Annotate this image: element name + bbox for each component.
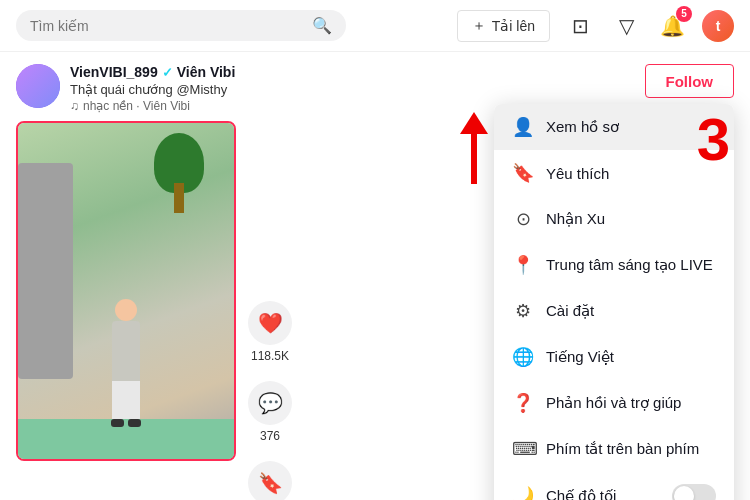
follow-button[interactable]: Follow bbox=[645, 64, 735, 98]
settings-menu-label: Cài đặt bbox=[546, 302, 594, 320]
comment-action[interactable]: 💬 376 bbox=[248, 381, 292, 443]
dropdown-item-darkmode[interactable]: 🌙 Chế độ tối bbox=[494, 472, 734, 500]
post-avatar[interactable] bbox=[16, 64, 60, 108]
dropdown-item-coins[interactable]: ⊙ Nhận Xu bbox=[494, 196, 734, 242]
feedback-menu-label: Phản hồi và trợ giúp bbox=[546, 394, 681, 412]
desc-text: Thật quái chướng bbox=[70, 82, 173, 97]
nav-actions: ＋ Tải lên ⊡ ▽ 🔔 5 t bbox=[457, 10, 734, 42]
post-description: Thật quái chướng @Misthy bbox=[70, 82, 635, 97]
comment-icon: 💬 bbox=[248, 381, 292, 425]
top-navigation: 🔍 ＋ Tải lên ⊡ ▽ 🔔 5 t bbox=[0, 0, 750, 52]
tree-decoration bbox=[154, 133, 204, 213]
verified-icon: ✓ bbox=[162, 65, 173, 80]
profile-menu-label: Xem hồ sơ bbox=[546, 118, 619, 136]
live-center-menu-icon: 📍 bbox=[512, 254, 534, 276]
darkmode-menu-label: Chế độ tối bbox=[546, 487, 616, 500]
plus-icon: ＋ bbox=[472, 17, 486, 35]
video-thumbnail[interactable] bbox=[16, 121, 236, 461]
favorites-menu-icon: 🔖 bbox=[512, 162, 534, 184]
darkmode-menu-icon: 🌙 bbox=[512, 485, 534, 500]
dropdown-item-settings[interactable]: ⚙ Cài đặt bbox=[494, 288, 734, 334]
comment-count: 376 bbox=[260, 429, 280, 443]
avatar-image bbox=[16, 64, 60, 108]
coins-menu-icon: ⊙ bbox=[512, 208, 534, 230]
filter-icon: ▽ bbox=[619, 14, 634, 38]
music-text: nhạc nền · Viên Vibi bbox=[83, 99, 190, 113]
figure-decoration bbox=[106, 299, 146, 419]
notification-badge: 5 bbox=[676, 6, 692, 22]
red-arrow-annotation bbox=[460, 112, 488, 184]
video-background bbox=[18, 123, 234, 459]
desktop-icon: ⊡ bbox=[572, 14, 589, 38]
main-content: VienVIBI_899 ✓ Viên Vibi Thật quái chướn… bbox=[0, 52, 750, 500]
like-icon: ❤️ bbox=[248, 301, 292, 345]
username-text: VienVIBI_899 bbox=[70, 64, 158, 80]
mention-text[interactable]: @Misthy bbox=[176, 82, 227, 97]
shortcuts-menu-label: Phím tắt trên bàn phím bbox=[546, 440, 699, 458]
like-count: 118.5K bbox=[251, 349, 289, 363]
notification-button[interactable]: 🔔 5 bbox=[656, 10, 688, 42]
desktop-icon-button[interactable]: ⊡ bbox=[564, 10, 596, 42]
language-menu-icon: 🌐 bbox=[512, 346, 534, 368]
settings-menu-icon: ⚙ bbox=[512, 300, 534, 322]
post-username[interactable]: VienVIBI_899 ✓ Viên Vibi bbox=[70, 64, 635, 80]
language-menu-label: Tiếng Việt bbox=[546, 348, 614, 366]
video-actions: ❤️ 118.5K 💬 376 🔖 1882 ↪️ 343 bbox=[248, 121, 292, 500]
dropdown-item-language[interactable]: 🌐 Tiếng Việt bbox=[494, 334, 734, 380]
toggle-knob bbox=[674, 486, 694, 500]
search-icon: 🔍 bbox=[312, 16, 332, 35]
favorites-menu-label: Yêu thích bbox=[546, 165, 609, 182]
wall-decoration bbox=[18, 163, 73, 379]
search-bar[interactable]: 🔍 bbox=[16, 10, 346, 41]
upload-label: Tải lên bbox=[492, 18, 535, 34]
upload-button[interactable]: ＋ Tải lên bbox=[457, 10, 550, 42]
live-center-menu-label: Trung tâm sáng tạo LIVE bbox=[546, 256, 713, 274]
dropdown-item-feedback[interactable]: ❓ Phản hồi và trợ giúp bbox=[494, 380, 734, 426]
dropdown-item-shortcuts[interactable]: ⌨ Phím tắt trên bàn phím bbox=[494, 426, 734, 472]
annotation-number: 3 bbox=[697, 110, 730, 170]
darkmode-toggle[interactable] bbox=[672, 484, 716, 500]
arrow-head bbox=[460, 112, 488, 134]
coins-menu-label: Nhận Xu bbox=[546, 210, 605, 228]
profile-menu-icon: 👤 bbox=[512, 116, 534, 138]
user-avatar[interactable]: t bbox=[702, 10, 734, 42]
arrow-shaft bbox=[471, 134, 477, 184]
dropdown-item-live-center[interactable]: 📍 Trung tâm sáng tạo LIVE bbox=[494, 242, 734, 288]
feedback-menu-icon: ❓ bbox=[512, 392, 534, 414]
filter-icon-button[interactable]: ▽ bbox=[610, 10, 642, 42]
shortcuts-menu-icon: ⌨ bbox=[512, 438, 534, 460]
like-action[interactable]: ❤️ 118.5K bbox=[248, 301, 292, 363]
bookmark-action[interactable]: 🔖 1882 bbox=[248, 461, 292, 500]
display-name: Viên Vibi bbox=[177, 64, 236, 80]
bookmark-icon: 🔖 bbox=[248, 461, 292, 500]
search-input[interactable] bbox=[30, 18, 304, 34]
music-icon: ♫ bbox=[70, 99, 79, 113]
